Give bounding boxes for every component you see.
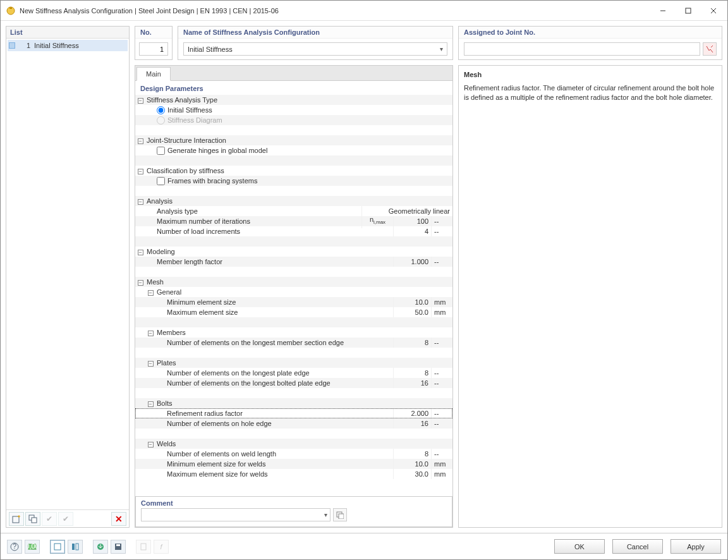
check-down-button: ✔ xyxy=(42,512,57,526)
list-pane: List 1 Initial Stiffness ✔ ✔ ✕ xyxy=(6,26,130,528)
svg-rect-10 xyxy=(339,514,344,519)
titlebar: New Stiffness Analysis Configuration | S… xyxy=(1,1,727,21)
radio-initial-stiffness[interactable] xyxy=(157,106,165,114)
comment-edit-button[interactable] xyxy=(333,508,347,521)
svg-rect-15 xyxy=(54,544,61,550)
apply-button[interactable]: Apply xyxy=(670,539,721,554)
report-button xyxy=(136,540,151,554)
number-input[interactable] xyxy=(139,42,168,56)
list-toolbar: ✔ ✔ ✕ xyxy=(6,509,129,527)
subgroup-row[interactable]: − Welds xyxy=(135,439,452,449)
param-row: Stiffness Diagram xyxy=(135,115,452,125)
tab-main[interactable]: Main xyxy=(136,67,171,81)
window-title: New Stiffness Analysis Configuration | S… xyxy=(20,7,650,15)
param-row-selected[interactable]: Refinement radius factor 2.000 -- xyxy=(135,408,452,418)
symbol: ni,max xyxy=(361,214,393,228)
name-box: Name of Stiffness Analysis Configuration… xyxy=(178,26,453,60)
svg-rect-17 xyxy=(76,544,78,550)
svg-rect-21 xyxy=(141,544,146,550)
radio-stiffness-diagram xyxy=(157,116,165,125)
close-button[interactable] xyxy=(701,1,726,20)
save-button[interactable] xyxy=(111,540,126,554)
svg-rect-20 xyxy=(116,544,120,546)
list-item[interactable]: 1 Initial Stiffness xyxy=(8,40,128,51)
param-row[interactable]: Number of elements on the longest plate … xyxy=(135,368,452,378)
param-row[interactable]: Minimum element size 10.0 mm xyxy=(135,297,452,307)
group-row[interactable]: − Stiffness Analysis Type xyxy=(135,95,452,105)
name-value: Initial Stiffness xyxy=(188,46,233,53)
subgroup-row[interactable]: − General xyxy=(135,287,452,297)
param-row[interactable]: Maximum element size 50.0 mm xyxy=(135,307,452,317)
param-row[interactable]: Member length factor 1.000 -- xyxy=(135,257,452,267)
parameters-panel: Main Design Parameters − Stiffness Analy… xyxy=(135,65,453,528)
dialog-window: New Stiffness Analysis Configuration | S… xyxy=(0,0,728,560)
param-row[interactable]: Number of load increments 4 -- xyxy=(135,226,452,236)
parameter-grid: Design Parameters − Stiffness Analysis T… xyxy=(135,81,452,496)
view-2-button[interactable] xyxy=(68,540,83,554)
check-up-button: ✔ xyxy=(58,512,73,526)
info-title: Mesh xyxy=(464,71,717,78)
param-row[interactable]: Maximum number of iterations ni,max 100 … xyxy=(135,216,452,226)
param-row[interactable]: Minimum element size for welds 10.0 mm xyxy=(135,459,452,469)
right-pane: No. Name of Stiffness Analysis Configura… xyxy=(135,26,722,528)
subgroup-row[interactable]: − Plates xyxy=(135,358,452,368)
checkbox-generate-hinges[interactable] xyxy=(157,147,165,155)
list-header: List xyxy=(6,27,129,39)
param-row[interactable]: Generate hinges in global model xyxy=(135,145,452,155)
pick-joint-button[interactable] xyxy=(703,42,717,56)
design-parameters-header: Design Parameters xyxy=(135,83,452,95)
group-row[interactable]: − Classification by stiffness xyxy=(135,166,452,176)
number-box: No. xyxy=(135,26,173,60)
assigned-input[interactable] xyxy=(464,42,700,56)
svg-rect-8 xyxy=(32,518,37,523)
window-controls xyxy=(650,1,726,20)
assigned-label: Assigned to Joint No. xyxy=(459,27,722,39)
param-row[interactable]: Frames with bracing systems xyxy=(135,176,452,186)
units-button[interactable]: 0,00 xyxy=(25,540,40,554)
name-label: Name of Stiffness Analysis Configuration xyxy=(178,27,452,39)
chevron-down-icon: ▾ xyxy=(440,46,443,52)
param-row[interactable]: Number of elements on hole edge 16 -- xyxy=(135,418,452,429)
ok-button[interactable]: OK xyxy=(554,539,605,554)
new-item-button[interactable] xyxy=(9,512,24,526)
svg-text:?: ? xyxy=(13,542,16,550)
param-row[interactable]: Analysis type Geometrically linear xyxy=(135,206,452,216)
copy-item-button[interactable] xyxy=(25,512,40,526)
cancel-button[interactable]: Cancel xyxy=(612,539,663,554)
comment-box: Comment ▾ xyxy=(135,496,452,527)
group-row[interactable]: − Modeling xyxy=(135,247,452,257)
svg-rect-6 xyxy=(13,516,19,523)
header-row: No. Name of Stiffness Analysis Configura… xyxy=(135,26,722,60)
main-row: Main Design Parameters − Stiffness Analy… xyxy=(135,65,722,528)
group-row[interactable]: − Analysis xyxy=(135,196,452,206)
svg-rect-3 xyxy=(686,8,691,13)
delete-item-button[interactable]: ✕ xyxy=(111,512,126,526)
group-row[interactable]: − Mesh xyxy=(135,277,452,287)
bottom-toolbar: ? 0,00 f OK Cancel Apply xyxy=(1,533,727,559)
comment-label: Comment xyxy=(141,499,447,507)
group-row[interactable]: − Joint-Structure Interaction xyxy=(135,135,452,145)
view-1-button[interactable] xyxy=(50,540,65,554)
param-row[interactable]: Number of elements on the longest member… xyxy=(135,338,452,348)
number-label: No. xyxy=(135,27,172,39)
param-row[interactable]: Number of elements on the longest bolted… xyxy=(135,378,452,388)
param-row[interactable]: Maximum element size for welds 30.0 mm xyxy=(135,469,452,479)
import-button[interactable] xyxy=(93,540,108,554)
info-pane: Mesh Refinement radius factor. The diame… xyxy=(458,65,722,528)
checkbox-frames-bracing[interactable] xyxy=(157,177,165,185)
assigned-box: Assigned to Joint No. xyxy=(458,26,722,60)
item-number: 1 xyxy=(18,42,30,49)
minimize-button[interactable] xyxy=(650,1,676,20)
maximize-button[interactable] xyxy=(676,1,701,20)
param-row[interactable]: Number of elements on weld length 8 -- xyxy=(135,449,452,459)
item-label: Initial Stiffness xyxy=(34,42,79,49)
comment-select[interactable]: ▾ xyxy=(141,508,331,521)
svg-text:0,00: 0,00 xyxy=(28,542,37,550)
param-row[interactable]: Initial Stiffness xyxy=(135,105,452,115)
subgroup-row[interactable]: − Bolts xyxy=(135,398,452,408)
dialog-content: List 1 Initial Stiffness ✔ ✔ ✕ xyxy=(1,21,727,533)
name-select[interactable]: Initial Stiffness ▾ xyxy=(183,42,447,56)
subgroup-row[interactable]: − Members xyxy=(135,327,452,338)
help-button[interactable]: ? xyxy=(7,540,22,554)
configuration-list[interactable]: 1 Initial Stiffness xyxy=(6,39,129,509)
